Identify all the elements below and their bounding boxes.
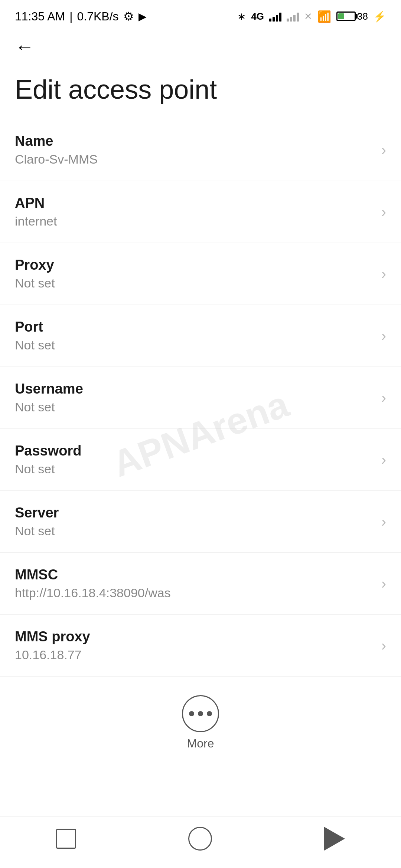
settings-label-proxy: Proxy bbox=[15, 257, 55, 273]
nav-recents-button[interactable] bbox=[56, 829, 76, 849]
battery-percent: 38 bbox=[357, 11, 368, 22]
settings-label-username: Username bbox=[15, 381, 83, 397]
chevron-server: › bbox=[381, 513, 386, 530]
settings-item-mms-proxy[interactable]: MMS proxy 10.16.18.77 › bbox=[0, 615, 401, 677]
settings-item-apn[interactable]: APN internet › bbox=[0, 181, 401, 243]
more-button-area: More bbox=[0, 677, 401, 765]
settings-item-name-content: Name Claro-Sv-MMS bbox=[15, 133, 98, 167]
more-label: More bbox=[187, 737, 214, 750]
back-button[interactable]: ← bbox=[15, 37, 34, 56]
chevron-port: › bbox=[381, 328, 386, 344]
top-nav: ← bbox=[0, 30, 401, 64]
settings-value-apn: internet bbox=[15, 214, 57, 228]
settings-item-proxy-content: Proxy Not set bbox=[15, 257, 55, 290]
settings-label-mmsc: MMSC bbox=[15, 567, 171, 583]
back-triangle-icon bbox=[324, 827, 345, 851]
settings-item-mmsc-content: MMSC http://10.16.18.4:38090/was bbox=[15, 567, 171, 600]
more-button[interactable] bbox=[182, 695, 219, 732]
settings-value-proxy: Not set bbox=[15, 276, 55, 290]
network-4g-icon: 4G bbox=[251, 11, 264, 22]
signal-bars-1 bbox=[269, 11, 281, 22]
bottom-nav bbox=[0, 816, 401, 868]
settings-label-password: Password bbox=[15, 443, 82, 459]
bluetooth-icon: ∗ bbox=[237, 10, 246, 23]
nav-back-button[interactable] bbox=[324, 827, 345, 851]
battery-indicator: 38 bbox=[336, 11, 368, 22]
signal-bars-2 bbox=[287, 11, 299, 22]
settings-label-apn: APN bbox=[15, 195, 57, 211]
settings-item-proxy[interactable]: Proxy Not set › bbox=[0, 243, 401, 305]
settings-list: Name Claro-Sv-MMS › APN internet › Proxy… bbox=[0, 119, 401, 677]
status-time-network: 11:35 AM | 0.7KB/s ⚙ ▶ bbox=[15, 9, 147, 23]
nav-home-button[interactable] bbox=[188, 827, 212, 851]
settings-item-username[interactable]: Username Not set › bbox=[0, 367, 401, 429]
settings-item-password[interactable]: Password Not set › bbox=[0, 429, 401, 491]
charging-icon: ⚡ bbox=[373, 10, 386, 23]
chevron-proxy: › bbox=[381, 266, 386, 282]
more-dots-icon bbox=[189, 711, 212, 716]
settings-value-mms-proxy: 10.16.18.77 bbox=[15, 648, 90, 662]
page-title: Edit access point bbox=[0, 64, 401, 119]
settings-value-name: Claro-Sv-MMS bbox=[15, 152, 98, 167]
settings-value-password: Not set bbox=[15, 462, 82, 476]
status-divider: | bbox=[69, 10, 72, 23]
chevron-password: › bbox=[381, 451, 386, 468]
settings-value-server: Not set bbox=[15, 524, 59, 538]
home-circle-icon bbox=[188, 827, 212, 851]
status-bar: 11:35 AM | 0.7KB/s ⚙ ▶ ∗ 4G ✕ 📶 38 ⚡ bbox=[0, 0, 401, 30]
video-icon: ▶ bbox=[138, 10, 147, 23]
settings-label-port: Port bbox=[15, 319, 55, 335]
settings-item-password-content: Password Not set bbox=[15, 443, 82, 476]
chevron-apn: › bbox=[381, 204, 386, 220]
settings-item-port-content: Port Not set bbox=[15, 319, 55, 352]
chevron-mmsc: › bbox=[381, 575, 386, 592]
settings-icon: ⚙ bbox=[123, 9, 134, 23]
settings-label-server: Server bbox=[15, 505, 59, 521]
recents-square-icon bbox=[56, 829, 76, 849]
settings-label-mms-proxy: MMS proxy bbox=[15, 629, 90, 645]
settings-item-mmsc[interactable]: MMSC http://10.16.18.4:38090/was › bbox=[0, 553, 401, 615]
chevron-mms-proxy: › bbox=[381, 637, 386, 654]
chevron-name: › bbox=[381, 142, 386, 158]
status-network-speed: 0.7KB/s bbox=[77, 10, 119, 23]
settings-item-server-content: Server Not set bbox=[15, 505, 59, 538]
settings-value-mmsc: http://10.16.18.4:38090/was bbox=[15, 586, 171, 600]
status-time: 11:35 AM bbox=[15, 10, 65, 23]
status-right-icons: ∗ 4G ✕ 📶 38 ⚡ bbox=[237, 10, 386, 23]
chevron-username: › bbox=[381, 389, 386, 406]
settings-value-username: Not set bbox=[15, 400, 83, 414]
wifi-icon: 📶 bbox=[317, 10, 331, 23]
settings-item-port[interactable]: Port Not set › bbox=[0, 305, 401, 367]
settings-item-username-content: Username Not set bbox=[15, 381, 83, 414]
settings-item-apn-content: APN internet bbox=[15, 195, 57, 228]
settings-item-name[interactable]: Name Claro-Sv-MMS › bbox=[0, 119, 401, 181]
no-signal-icon: ✕ bbox=[304, 11, 312, 22]
settings-item-server[interactable]: Server Not set › bbox=[0, 491, 401, 553]
settings-value-port: Not set bbox=[15, 338, 55, 352]
settings-item-mms-proxy-content: MMS proxy 10.16.18.77 bbox=[15, 629, 90, 662]
settings-label-name: Name bbox=[15, 133, 98, 149]
